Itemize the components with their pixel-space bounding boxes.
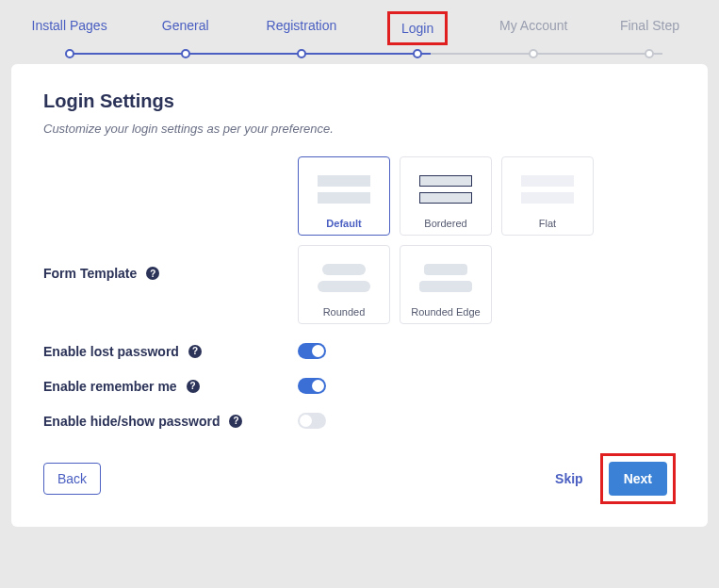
- next-button[interactable]: Next: [609, 462, 667, 496]
- template-flat[interactable]: Flat: [501, 156, 594, 236]
- help-icon[interactable]: ?: [187, 380, 200, 393]
- toggle-knob-icon: [312, 345, 324, 357]
- settings-card: Login Settings Customize your login sett…: [11, 64, 708, 527]
- template-rounded[interactable]: Rounded: [298, 245, 390, 324]
- template-preview-icon: [306, 167, 382, 212]
- step-registration[interactable]: Registration: [243, 11, 359, 57]
- template-preview-icon: [408, 167, 483, 212]
- toggle-knob-icon: [300, 415, 312, 427]
- help-icon[interactable]: ?: [188, 345, 202, 358]
- template-preview-icon: [510, 167, 585, 212]
- step-dot-icon: [181, 49, 190, 58]
- step-my-account[interactable]: My Account: [476, 11, 592, 57]
- enable-hide-show-password-label: Enable hide/show password ?: [43, 413, 298, 429]
- page-title: Login Settings: [43, 90, 676, 112]
- template-rounded-edge[interactable]: Rounded Edge: [400, 245, 492, 324]
- template-preview-icon: [408, 255, 483, 301]
- toggle-hide-show-password[interactable]: [298, 413, 326, 429]
- step-label: My Account: [499, 18, 567, 33]
- toggle-remember-me[interactable]: [298, 378, 326, 394]
- template-bordered[interactable]: Bordered: [400, 156, 492, 236]
- step-login[interactable]: Login: [360, 11, 476, 57]
- step-label: Registration: [267, 18, 337, 33]
- step-dot-icon: [529, 49, 538, 58]
- step-general[interactable]: General: [127, 11, 243, 57]
- template-preview-icon: [306, 255, 382, 301]
- template-default[interactable]: Default: [298, 156, 390, 236]
- toggle-knob-icon: [312, 380, 324, 392]
- step-install-pages[interactable]: Install Pages: [11, 11, 127, 57]
- step-label: Final Step: [620, 18, 679, 33]
- form-template-options: Default Bordered Flat: [298, 156, 609, 324]
- step-dot-icon: [413, 49, 422, 58]
- skip-link[interactable]: Skip: [555, 471, 583, 486]
- page-subtitle: Customize your login settings as per you…: [43, 122, 676, 136]
- help-icon[interactable]: ?: [229, 415, 242, 428]
- help-icon[interactable]: ?: [146, 267, 159, 280]
- form-template-label: Form Template ?: [43, 200, 298, 281]
- step-dot-icon: [65, 49, 74, 58]
- enable-remember-me-label: Enable remember me ?: [43, 378, 298, 394]
- step-final[interactable]: Final Step: [592, 11, 708, 57]
- step-dot-icon: [297, 49, 306, 58]
- step-label: Install Pages: [32, 18, 107, 33]
- back-button[interactable]: Back: [43, 463, 101, 495]
- enable-lost-password-label: Enable lost password ?: [43, 343, 298, 359]
- wizard-stepper: Install Pages General Registration Login…: [11, 11, 708, 57]
- step-dot-icon: [645, 49, 654, 58]
- step-label: General: [162, 18, 209, 33]
- toggle-lost-password[interactable]: [298, 343, 326, 359]
- next-highlight: Next: [600, 453, 676, 504]
- step-label: Login: [401, 21, 433, 36]
